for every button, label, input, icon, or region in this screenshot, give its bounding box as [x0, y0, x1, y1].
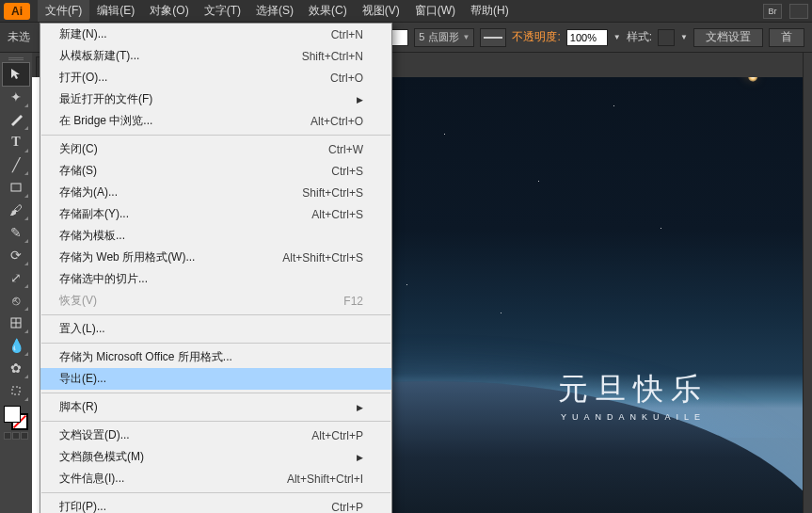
menu-item-r[interactable]: 脚本(R)▶: [40, 396, 391, 418]
menu-item-a[interactable]: 存储为(A)...Shift+Ctrl+S: [40, 182, 391, 203]
fill-swatch[interactable]: [391, 29, 408, 46]
artboard-tool[interactable]: [3, 379, 29, 402]
none-mode-icon[interactable]: [21, 432, 28, 440]
selection-tool[interactable]: [3, 63, 29, 86]
menu-item-m[interactable]: 文档颜色模式(M)▶: [40, 446, 391, 468]
artwork-title: 元旦快乐 YUANDANKUAILE: [558, 369, 709, 422]
menu-item-s[interactable]: 存储(S)Ctrl+S: [40, 160, 391, 182]
menu-item-p[interactable]: 打印(P)...Ctrl+P: [40, 496, 391, 513]
eyedropper-tool[interactable]: 💧: [3, 334, 29, 357]
menu-bar: Ai 文件(F) 编辑(E) 对象(O) 文字(T) 选择(S) 效果(C) 视…: [0, 0, 812, 23]
svg-rect-4: [12, 387, 20, 394]
color-controls: [4, 406, 28, 440]
symbol-tool[interactable]: ✿: [3, 357, 29, 379]
opacity-label: 不透明度:: [512, 29, 560, 45]
menu-item-bridge[interactable]: 在 Bridge 中浏览...Alt+Ctrl+O: [40, 110, 391, 132]
right-panel-strip[interactable]: [803, 53, 812, 513]
menu-item-o[interactable]: 打开(O)...Ctrl+O: [40, 67, 391, 88]
pencil-tool[interactable]: ✎: [3, 221, 29, 244]
menu-item-webw[interactable]: 存储为 Web 所用格式(W)...Alt+Shift+Ctrl+S: [40, 247, 391, 268]
width-tool[interactable]: ⎋: [3, 289, 29, 312]
menu-item-d[interactable]: 文档设置(D)...Alt+Ctrl+P: [40, 425, 391, 446]
menu-item-l[interactable]: 置入(L)...: [40, 318, 391, 340]
stroke-select[interactable]: 5 点圆形▼: [414, 28, 474, 47]
menu-item-f[interactable]: 最近打开的文件(F)▶: [40, 88, 391, 110]
paintbrush-tool[interactable]: 🖌: [3, 199, 29, 221]
menu-select[interactable]: 选择(S): [248, 0, 301, 22]
menu-window[interactable]: 窗口(W): [407, 0, 463, 22]
file-menu-dropdown: 新建(N)...Ctrl+N从模板新建(T)...Shift+Ctrl+N打开(…: [40, 23, 392, 513]
fill-stroke-swatches[interactable]: [4, 406, 28, 430]
magic-wand-tool[interactable]: ✦: [3, 86, 29, 108]
menu-view[interactable]: 视图(V): [355, 0, 407, 22]
menu-help[interactable]: 帮助(H): [463, 0, 517, 22]
doc-setup-button[interactable]: 文档设置: [693, 28, 763, 47]
panel-grip[interactable]: [8, 57, 24, 60]
stroke-style[interactable]: [480, 28, 506, 47]
type-tool[interactable]: T: [3, 131, 29, 153]
menu-object[interactable]: 对象(O): [142, 0, 196, 22]
gradient-mode-icon[interactable]: [12, 432, 20, 440]
menu-item-i[interactable]: 文件信息(I)...Alt+Shift+Ctrl+I: [40, 468, 391, 489]
menu-effect[interactable]: 效果(C): [301, 0, 355, 22]
menu-item-microsoftoffice[interactable]: 存储为 Microsoft Office 所用格式...: [40, 346, 391, 368]
line-tool[interactable]: ╱: [3, 153, 29, 176]
menu-item-[interactable]: 存储选中的切片...: [40, 268, 391, 290]
rotate-tool[interactable]: ⟳: [3, 244, 29, 266]
color-mode-icon[interactable]: [4, 432, 11, 440]
menu-item-n[interactable]: 新建(N)...Ctrl+N: [40, 24, 391, 45]
pen-tool[interactable]: [3, 108, 29, 131]
selection-label: 未选: [8, 29, 30, 45]
scale-tool[interactable]: ⤢: [3, 266, 29, 289]
menu-item-e[interactable]: 导出(E)...: [40, 368, 391, 390]
menu-item-t[interactable]: 从模板新建(T)...Shift+Ctrl+N: [40, 45, 391, 67]
mesh-tool[interactable]: [3, 312, 29, 334]
svg-rect-0: [11, 184, 21, 191]
opacity-input[interactable]: 100%: [566, 29, 608, 46]
menu-item-[interactable]: 存储为模板...: [40, 225, 391, 247]
menu-item-c[interactable]: 关闭(C)Ctrl+W: [40, 138, 391, 160]
menu-type[interactable]: 文字(T): [197, 0, 248, 22]
menu-item-y[interactable]: 存储副本(Y)...Alt+Ctrl+S: [40, 203, 391, 225]
rectangle-tool[interactable]: [3, 176, 29, 199]
prefs-button[interactable]: 首: [769, 28, 804, 47]
menu-item-v: 恢复(V)F12: [40, 290, 391, 312]
bridge-button[interactable]: Br: [763, 4, 782, 19]
arrange-button[interactable]: [789, 4, 808, 19]
style-swatch[interactable]: [658, 29, 675, 46]
app-icon: Ai: [4, 3, 30, 20]
menu-edit[interactable]: 编辑(E): [89, 0, 142, 22]
style-label: 样式:: [627, 29, 652, 45]
tools-panel: ✦ T ╱ 🖌 ✎ ⟳ ⤢ ⎋ 💧 ✿: [0, 53, 32, 513]
menu-file[interactable]: 文件(F): [38, 0, 89, 22]
